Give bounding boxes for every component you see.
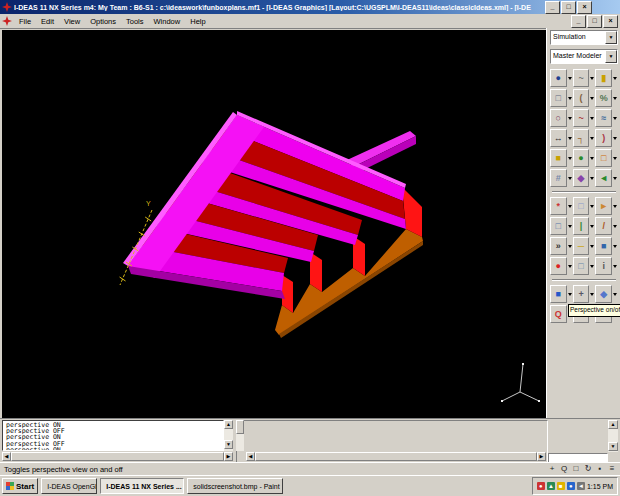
move-dropdown[interactable] (613, 205, 617, 208)
tray-volume-icon[interactable]: ◄ (577, 482, 585, 490)
delete-eraser-dropdown[interactable] (568, 265, 572, 268)
menu-window[interactable]: Window (149, 17, 186, 26)
zoom-icon[interactable]: Q (558, 463, 570, 475)
clipboard-icon[interactable]: ■ (595, 237, 612, 255)
pan-icon[interactable]: + (546, 463, 558, 475)
reference-plane-dropdown[interactable] (568, 225, 572, 228)
part-library-dropdown[interactable] (613, 157, 617, 160)
message-list-hscrollbar[interactable]: ◀ ▶ (2, 452, 233, 461)
display-list-icon[interactable]: ≡ (606, 463, 618, 475)
dangle-curve-dropdown[interactable] (590, 77, 594, 80)
zoom-fit-icon[interactable]: □ (570, 463, 582, 475)
taskbar-task-paint[interactable]: solidscreenshot.bmp - Paint (187, 478, 283, 494)
tray-app-1-icon[interactable]: ● (537, 482, 545, 490)
tray-app-2-icon[interactable]: ▲ (547, 482, 555, 490)
flip-direction-icon[interactable]: ◄ (595, 169, 612, 187)
catalog-dropdown[interactable] (613, 77, 617, 80)
reference-plane-icon[interactable]: □ (550, 217, 567, 235)
wedge-icon[interactable]: ◆ (573, 169, 590, 187)
panel-vscrollbar[interactable]: ▲ ▼ (608, 420, 618, 452)
history-tree-dropdown[interactable] (568, 205, 572, 208)
select-box-icon[interactable]: □ (573, 257, 590, 275)
playback-icon[interactable]: » (550, 237, 567, 255)
taskbar-task-ideas[interactable]: I-DEAS OpenGL (41, 478, 97, 494)
close-button[interactable]: × (577, 1, 592, 14)
menu-edit[interactable]: Edit (36, 17, 59, 26)
move-icon[interactable]: ► (595, 197, 612, 215)
wireframe-view-dropdown[interactable] (590, 293, 594, 296)
menu-options[interactable]: Options (85, 17, 121, 26)
manikin-icon[interactable]: i (595, 257, 612, 275)
chevron-down-icon[interactable]: ▼ (605, 31, 617, 44)
dimension-icon[interactable]: ↔ (550, 129, 567, 147)
ruler-icon[interactable]: ─ (573, 237, 590, 255)
graphics-viewport[interactable]: Y (2, 30, 546, 418)
measure-dropdown[interactable] (590, 225, 594, 228)
application-dropdown[interactable]: Simulation ▼ (550, 30, 618, 45)
offset-dropdown[interactable] (613, 117, 617, 120)
spline-dropdown[interactable] (590, 117, 594, 120)
extrude-icon[interactable]: ■ (550, 149, 567, 167)
pattern-dropdown[interactable] (568, 177, 572, 180)
measure-icon[interactable]: | (573, 217, 590, 235)
prompt-hscrollbar[interactable]: ◀ ▶ (246, 452, 546, 461)
part-sphere-icon[interactable]: ● (550, 69, 567, 87)
shaded-view-dropdown[interactable] (568, 293, 572, 296)
menu-file[interactable]: File (14, 17, 36, 26)
menu-view[interactable]: View (59, 17, 85, 26)
maximize-button[interactable]: □ (561, 1, 576, 14)
minimize-button[interactable]: _ (545, 1, 560, 14)
module-dropdown[interactable]: Master Modeler ▼ (550, 49, 618, 64)
mdi-restore-button[interactable]: □ (587, 15, 602, 28)
zoom-view-icon[interactable]: Q (550, 305, 567, 323)
spline-icon[interactable]: ~ (573, 109, 590, 127)
viewport-box-icon[interactable]: ▪ (594, 463, 606, 475)
revolve-icon[interactable]: ● (573, 149, 590, 167)
start-button[interactable]: Start (2, 478, 38, 494)
isometric-view-dropdown[interactable] (613, 293, 617, 296)
sketch-arc-dropdown[interactable] (590, 97, 594, 100)
wireframe-view-icon[interactable]: + (573, 285, 590, 303)
catalog-icon[interactable]: ▮ (595, 69, 612, 87)
prompt-vscrollbar[interactable] (236, 420, 244, 451)
delete-eraser-icon[interactable]: ● (550, 257, 567, 275)
clipboard-dropdown[interactable] (613, 245, 617, 248)
sketch-circle-icon[interactable]: ○ (550, 109, 567, 127)
mdi-minimize-button[interactable]: _ (571, 15, 586, 28)
corner-dropdown[interactable] (590, 137, 594, 140)
playback-dropdown[interactable] (568, 245, 572, 248)
sketch-arc-icon[interactable]: ( (573, 89, 590, 107)
wedge-dropdown[interactable] (590, 177, 594, 180)
part-sphere-dropdown[interactable] (568, 77, 572, 80)
mdi-close-button[interactable]: × (603, 15, 618, 28)
extrude-dropdown[interactable] (568, 157, 572, 160)
sketch-rectangle-dropdown[interactable] (568, 97, 572, 100)
offset-icon[interactable]: ≈ (595, 109, 612, 127)
trim-icon[interactable]: % (595, 89, 612, 107)
fillet-dropdown[interactable] (613, 137, 617, 140)
rotate-icon[interactable]: ↻ (582, 463, 594, 475)
history-tree-icon[interactable]: * (550, 197, 567, 215)
taskbar-task-ideas[interactable]: I-DEAS 11 NX Series ... (100, 478, 184, 494)
appearance-brush-dropdown[interactable] (613, 225, 617, 228)
manikin-dropdown[interactable] (613, 265, 617, 268)
menu-tools[interactable]: Tools (121, 17, 149, 26)
revolve-dropdown[interactable] (590, 157, 594, 160)
chevron-down-icon[interactable]: ▼ (605, 50, 617, 63)
dangle-curve-icon[interactable]: ~ (573, 69, 590, 87)
trim-dropdown[interactable] (613, 97, 617, 100)
corner-icon[interactable]: ┐ (573, 129, 590, 147)
tray-app-4-icon[interactable]: ● (567, 482, 575, 490)
pattern-icon[interactable]: # (550, 169, 567, 187)
isometric-view-icon[interactable]: ◆ (595, 285, 612, 303)
tray-app-3-icon[interactable]: ■ (557, 482, 565, 490)
select-box-dropdown[interactable] (590, 265, 594, 268)
flip-direction-dropdown[interactable] (613, 177, 617, 180)
dimension-dropdown[interactable] (568, 137, 572, 140)
shaded-view-icon[interactable]: ■ (550, 285, 567, 303)
copy-icon[interactable]: □ (573, 197, 590, 215)
appearance-brush-icon[interactable]: / (595, 217, 612, 235)
part-library-icon[interactable]: □ (595, 149, 612, 167)
copy-dropdown[interactable] (590, 205, 594, 208)
sketch-rectangle-icon[interactable]: □ (550, 89, 567, 107)
